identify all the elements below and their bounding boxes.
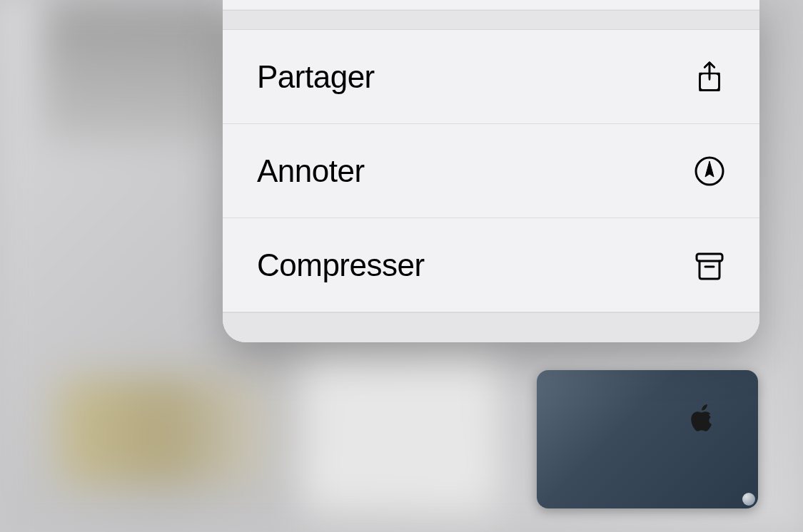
background-thumbnail-blur [300, 349, 500, 513]
menu-item-annotate[interactable]: Annoter [223, 124, 759, 218]
menu-item-share[interactable]: Partager [223, 30, 759, 124]
context-menu: Partager Annoter Compresser [223, 0, 759, 342]
background-thumbnail-blur [43, 0, 228, 143]
thumbnail-corner-indicator [742, 493, 755, 506]
menu-next-section-peek [223, 312, 759, 342]
background-thumbnail-blur [57, 378, 271, 485]
share-icon [694, 61, 725, 93]
apple-logo-icon [690, 404, 715, 434]
menu-item-label: Annoter [257, 153, 365, 189]
file-thumbnail[interactable] [537, 370, 758, 508]
menu-section-separator [223, 10, 759, 30]
markup-icon [694, 155, 725, 187]
menu-previous-section-peek [223, 0, 759, 10]
menu-item-label: Partager [257, 59, 375, 95]
svg-rect-2 [697, 254, 722, 261]
menu-item-compress[interactable]: Compresser [223, 218, 759, 312]
menu-item-label: Compresser [257, 247, 425, 283]
archive-box-icon [694, 250, 725, 281]
